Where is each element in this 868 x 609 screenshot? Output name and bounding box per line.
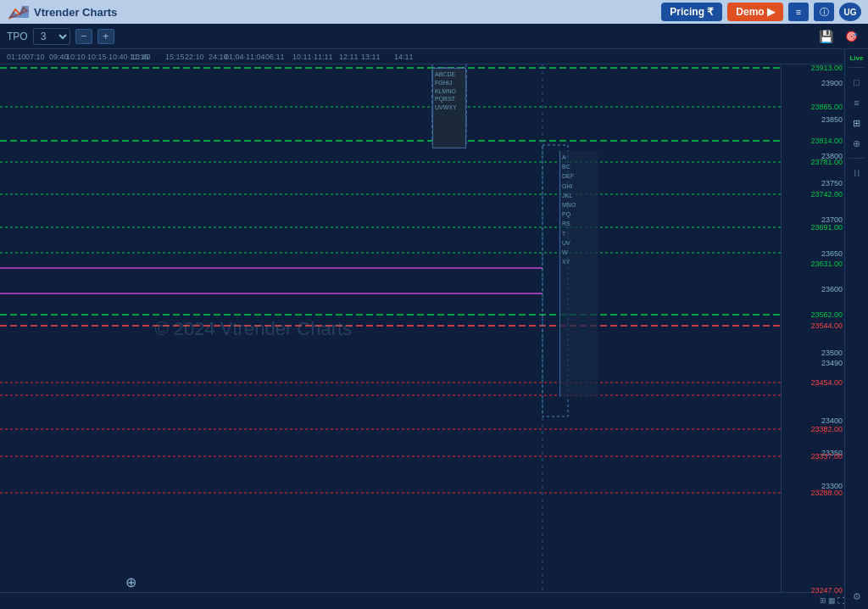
price-23288: 23288.00 (810, 489, 843, 497)
price-23750: 23750 (821, 179, 843, 187)
sidebar-divider-2 (849, 158, 865, 159)
price-23562: 23562.00 (810, 310, 843, 319)
price-23781: 23781.00 (810, 158, 843, 166)
tpo-block-right: ABCDEFGHIJKLMNOPQRSTUVWXY (559, 151, 598, 397)
price-23454: 23454.00 (810, 378, 843, 387)
tpo-block: ABCDEFGHIJKLMNOPQRSTUVWXY (432, 68, 466, 148)
price-23913: 23913.00 (810, 64, 843, 72)
minus-button[interactable]: − (75, 29, 92, 44)
time-5: 15:15 (165, 53, 185, 61)
time-11: 12:11 (339, 53, 359, 61)
grid-bottom-icon[interactable]: ⊞ (820, 596, 826, 605)
menu-button[interactable]: ≡ (788, 3, 809, 21)
price-23500: 23500 (821, 349, 843, 357)
logo-icon (7, 3, 31, 21)
time-4: 13:40 (131, 53, 151, 61)
period-select[interactable]: 3510 (33, 28, 70, 45)
symbol-label: TPO (7, 31, 28, 42)
time-1: 07:10 (25, 53, 45, 61)
sidebar-divider-1 (849, 67, 865, 68)
chart-container: 01:10 07:10 09:40 10:10·10:15·10:40·11:1… (0, 49, 844, 609)
price-23900: 23900 (821, 79, 843, 87)
price-23400: 23400 (821, 416, 843, 425)
avatar-button[interactable]: UG (839, 3, 861, 21)
price-23544: 23544.00 (810, 321, 843, 330)
price-23850: 23850 (821, 115, 843, 124)
time-8: 01:04·11:04 (225, 53, 265, 61)
price-axis: 23913.00 23900 23865.00 23850 23814.00 2… (781, 64, 844, 592)
table-icon[interactable]: ▦ (828, 596, 836, 605)
chart-svg (0, 64, 781, 592)
cross-sidebar-icon[interactable]: ⊕ (848, 134, 866, 153)
cursor-crosshair[interactable]: ⊕ (125, 574, 136, 590)
time-12: 13:11 (361, 53, 381, 61)
bottom-icons: ⊞ ▦ ⛶ (821, 592, 844, 609)
time-13: 14:11 (394, 53, 414, 61)
price-23382: 23382.00 (810, 425, 843, 433)
price-23865: 23865.00 (810, 103, 843, 111)
plus-button[interactable]: + (97, 29, 114, 44)
header-right: Pricing ₹ Demo ▶ ≡ ⓘ UG (661, 3, 861, 21)
pricing-button[interactable]: Pricing ₹ (661, 3, 722, 21)
live-indicator: Live (849, 54, 863, 62)
rectangle-sidebar-icon[interactable]: □ (848, 73, 866, 92)
time-axis: 01:10 07:10 09:40 10:10·10:15·10:40·11:1… (0, 49, 844, 64)
price-23337: 23337.00 (810, 452, 843, 461)
time-9: 06:11 (265, 53, 285, 61)
logo-area: Vtrender Charts (7, 3, 117, 21)
price-23691: 23691.00 (810, 223, 843, 232)
dots-sidebar-icon[interactable]: ⁞⁞ (848, 164, 866, 182)
toolbar: TPO 3510 − + 💾 🎯 (0, 24, 868, 49)
header: Vtrender Charts Pricing ₹ Demo ▶ ≡ ⓘ UG (0, 0, 868, 24)
time-6: 22:10 (185, 53, 204, 61)
lines-sidebar-icon[interactable]: ≡ (848, 93, 866, 112)
logo-text: Vtrender Charts (34, 6, 117, 19)
bottom-axis (0, 592, 810, 609)
settings-sidebar-icon[interactable]: ⚙ (848, 587, 866, 606)
grid-sidebar-icon[interactable]: ⊞ (848, 114, 866, 132)
demo-button[interactable]: Demo ▶ (727, 3, 783, 21)
price-23650: 23650 (821, 249, 843, 258)
cursor-button[interactable]: 🎯 (841, 28, 861, 45)
price-23814: 23814.00 (810, 137, 843, 145)
fullscreen-icon[interactable]: ⛶ (837, 596, 844, 605)
price-23742: 23742.00 (810, 190, 843, 198)
right-sidebar: Live □ ≡ ⊞ ⊕ ⁞⁞ ⚙ (844, 49, 868, 609)
price-23631: 23631.00 (810, 260, 843, 268)
price-23490: 23490 (821, 359, 843, 367)
info-button[interactable]: ⓘ (814, 3, 834, 21)
save-button[interactable]: 💾 (815, 28, 836, 45)
time-10: 10:11·11:11 (292, 53, 333, 61)
price-23600: 23600 (821, 285, 843, 293)
main: 01:10 07:10 09:40 10:10·10:15·10:40·11:1… (0, 49, 868, 609)
time-0: 01:10 (7, 53, 26, 61)
